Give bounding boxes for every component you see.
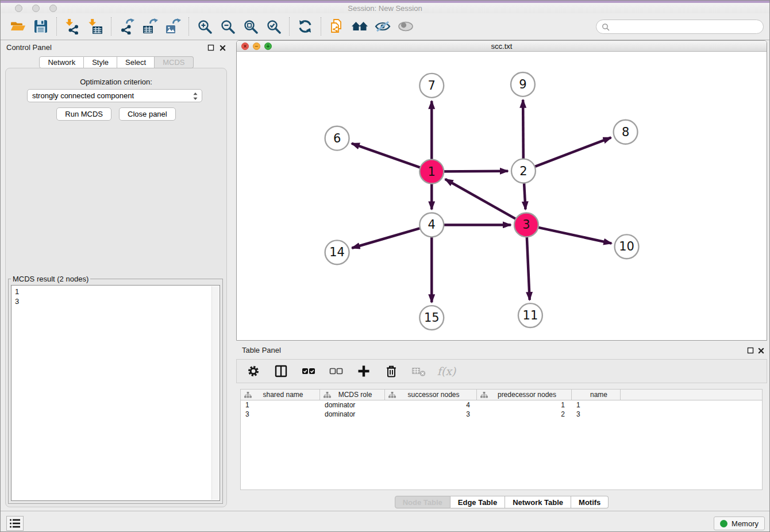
add-row-button[interactable] <box>354 361 374 381</box>
zoom-out-icon <box>220 19 235 34</box>
refresh-icon <box>298 19 313 34</box>
columns-icon <box>274 364 288 378</box>
graph-edge-3-1[interactable] <box>445 179 526 225</box>
result-line: 3 <box>11 296 220 306</box>
list-icon <box>9 518 21 529</box>
main-toolbar <box>1 13 769 40</box>
memory-button[interactable]: Memory <box>714 516 765 530</box>
table-cell[interactable]: dominator <box>320 410 385 419</box>
select-chevrons-icon <box>192 92 199 102</box>
zoom-fit-button[interactable] <box>239 15 262 38</box>
result-scrollbar[interactable] <box>211 286 219 500</box>
float-icon <box>747 347 754 354</box>
delete-table-icon <box>411 365 426 377</box>
table-cell[interactable]: 4 <box>385 400 477 410</box>
column-header-MCDS-role[interactable]: MCDS role <box>320 390 385 400</box>
network-window-titlebar[interactable]: × − + scc.txt <box>237 41 767 52</box>
tab-network-table[interactable]: Network Table <box>505 496 571 508</box>
search-field[interactable] <box>596 20 764 34</box>
tab-mcds[interactable]: MCDS <box>155 56 193 68</box>
float-table-panel-button[interactable] <box>746 346 755 355</box>
toggle-graphics-details-button[interactable] <box>371 15 394 38</box>
graph-node-label: 3 <box>522 218 530 232</box>
app-titlebar: Session: New Session <box>1 3 769 13</box>
close-panel-button-2[interactable]: Close panel <box>119 107 176 121</box>
apply-layout-button[interactable] <box>294 15 317 38</box>
table-cell[interactable]: 1 <box>241 400 320 410</box>
optimization-criterion-label: Optimization criterion: <box>6 78 226 86</box>
table-options-button[interactable] <box>244 361 263 381</box>
save-session-button[interactable] <box>29 15 52 38</box>
deselect-all-button[interactable] <box>326 361 346 381</box>
zoom-out-button[interactable] <box>216 15 239 38</box>
run-mcds-button[interactable]: Run MCDS <box>56 107 111 121</box>
export-network-button[interactable] <box>116 15 138 38</box>
network-view-window: × − + scc.txt 7968124314101511 <box>236 40 767 341</box>
zoom-fit-icon <box>243 19 258 34</box>
search-input[interactable] <box>613 22 758 31</box>
table-cell[interactable]: 3 <box>385 410 477 419</box>
column-header-name[interactable]: name <box>572 390 621 400</box>
tab-network[interactable]: Network <box>39 56 84 68</box>
show-columns-button[interactable] <box>271 361 291 381</box>
fx-icon: f(x) <box>437 365 456 377</box>
float-icon <box>207 44 214 51</box>
import-network-icon <box>64 18 80 34</box>
toolbar-separator <box>289 17 290 36</box>
zoom-selected-icon <box>266 19 281 34</box>
export-table-icon <box>142 18 158 34</box>
eye-slash-icon <box>374 19 391 34</box>
result-line: 1 <box>11 287 220 296</box>
table-row: 3dominator323 <box>241 410 762 419</box>
unchecked-boxes-icon <box>329 364 344 378</box>
table-cell[interactable]: dominator <box>320 400 385 410</box>
sort-tree-icon <box>324 392 331 398</box>
duplicate-network-button[interactable] <box>325 15 348 38</box>
export-table-button[interactable] <box>138 15 161 38</box>
graph-edge-3-10[interactable] <box>526 225 611 243</box>
close-panel-button[interactable] <box>218 43 227 52</box>
column-header-predecessor-nodes[interactable]: predecessor nodes <box>477 390 572 400</box>
table-cell[interactable]: 1 <box>572 400 621 410</box>
table-panel-tabs: Node TableEdge TableNetwork TableMotifs <box>236 496 767 508</box>
delete-row-button[interactable] <box>382 361 401 381</box>
import-network-button[interactable] <box>61 15 84 38</box>
apply-function-button[interactable]: f(x) <box>437 361 456 381</box>
task-history-button[interactable] <box>6 516 24 531</box>
zoom-in-button[interactable] <box>193 15 216 38</box>
table-cell[interactable]: 3 <box>572 410 621 419</box>
table-cell[interactable]: 3 <box>241 410 320 419</box>
node-table: shared nameMCDS rolesuccessor nodesprede… <box>240 389 763 490</box>
graph-node-label: 1 <box>428 165 436 179</box>
tab-motifs[interactable]: Motifs <box>571 496 609 508</box>
graph-node-label: 7 <box>428 79 436 92</box>
tab-node-table[interactable]: Node Table <box>395 496 451 508</box>
float-panel-button[interactable] <box>206 43 215 52</box>
memory-label: Memory <box>732 519 759 528</box>
delete-table-button[interactable] <box>409 361 429 381</box>
import-table-button[interactable] <box>84 15 107 38</box>
criterion-select[interactable]: strongly connected component <box>27 89 202 102</box>
import-table-icon <box>87 18 103 34</box>
table-cell[interactable]: 1 <box>477 400 572 410</box>
tab-select[interactable]: Select <box>117 56 155 68</box>
table-body: 1dominator4113dominator323 <box>241 400 762 419</box>
close-table-panel-button[interactable] <box>756 346 765 355</box>
zoom-selected-button[interactable] <box>262 15 285 38</box>
column-header-successor-nodes[interactable]: successor nodes <box>385 390 477 400</box>
memory-status-icon <box>720 520 727 527</box>
birds-eye-view-button[interactable] <box>394 15 417 38</box>
graph-edge-2-8[interactable] <box>523 137 611 171</box>
toolbar-separator <box>321 17 321 36</box>
tab-style[interactable]: Style <box>84 56 117 68</box>
open-session-button[interactable] <box>6 15 29 38</box>
network-graph-svg: 7968124314101511 <box>237 52 767 340</box>
export-image-button[interactable] <box>161 15 184 38</box>
show-all-networks-button[interactable] <box>348 15 371 38</box>
tab-edge-table[interactable]: Edge Table <box>451 496 505 508</box>
network-canvas[interactable]: 7968124314101511 <box>237 52 767 340</box>
table-cell[interactable]: 2 <box>477 410 572 419</box>
select-all-button[interactable] <box>299 361 318 381</box>
column-header-shared-name[interactable]: shared name <box>241 390 320 400</box>
sort-tree-icon <box>244 392 252 398</box>
